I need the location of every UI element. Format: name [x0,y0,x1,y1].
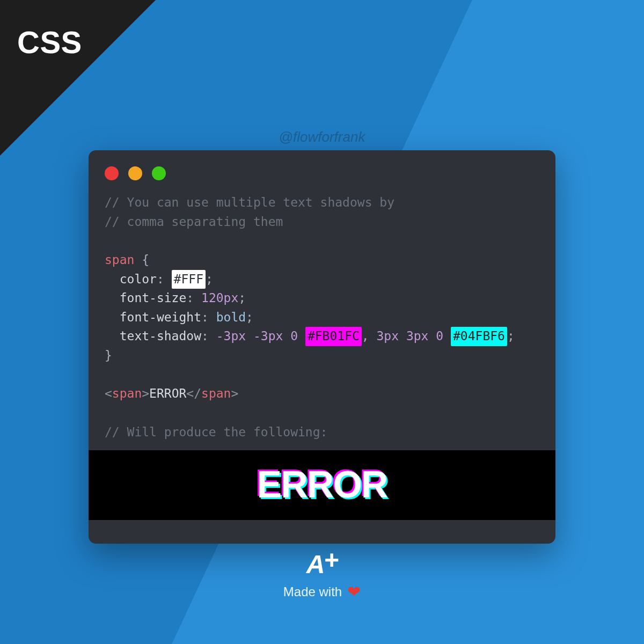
footer-logo: A+ [0,545,644,579]
code-semi: ; [507,329,515,343]
code-colon: : [201,310,216,324]
code-property: color [105,272,157,286]
made-with-label: Made with [283,584,342,599]
footer-credit: Made with ❤ [283,582,361,601]
footer: A+ Made with ❤ [0,545,644,601]
logo-letter: A [306,550,324,579]
minimize-icon [128,166,142,180]
code-value: bold [216,310,246,324]
code-brace: { [134,253,149,267]
output-text: ERROR [257,464,387,506]
window-controls [89,150,555,191]
code-value: , 3px 3px 0 [362,329,451,343]
close-icon [105,166,119,180]
code-semi: ; [246,310,253,324]
code-comment: // comma separating them [105,215,283,229]
code-text: ERROR [149,386,186,400]
code-colon: : [157,272,172,286]
code-property: font-size [105,291,186,305]
code-colon: : [186,291,201,305]
code-comment: // Will produce the following: [105,425,327,439]
code-bracket: </ [186,386,201,400]
code-editor-window: // You can use multiple text shadows by … [89,150,555,544]
code-bracket: < [105,386,112,400]
code-tag: span [112,386,142,400]
code-brace: } [105,348,112,362]
color-swatch-pink: #FB01FC [305,327,362,346]
code-colon: : [201,329,216,343]
code-bracket: > [231,386,238,400]
code-value: 120px [201,291,238,305]
color-swatch-white: #FFF [172,270,206,289]
code-semi: ; [206,272,213,286]
maximize-icon [152,166,166,180]
code-property: text-shadow [105,329,201,343]
output-preview: ERROR [89,450,555,520]
code-value: -3px -3px 0 [216,329,305,343]
code-property: font-weight [105,310,201,324]
author-handle: @flowforfrank [0,129,644,145]
code-selector: span [105,253,134,267]
code-block: // You can use multiple text shadows by … [89,191,555,447]
heart-icon: ❤ [347,582,361,601]
code-tag: span [201,386,231,400]
editor-padding [89,520,555,544]
badge-label: CSS [17,24,82,60]
code-comment: // You can use multiple text shadows by [105,195,394,209]
color-swatch-cyan: #04FBF6 [451,327,507,346]
code-semi: ; [238,291,246,305]
logo-plus-icon: + [324,546,338,574]
code-bracket: > [142,386,149,400]
